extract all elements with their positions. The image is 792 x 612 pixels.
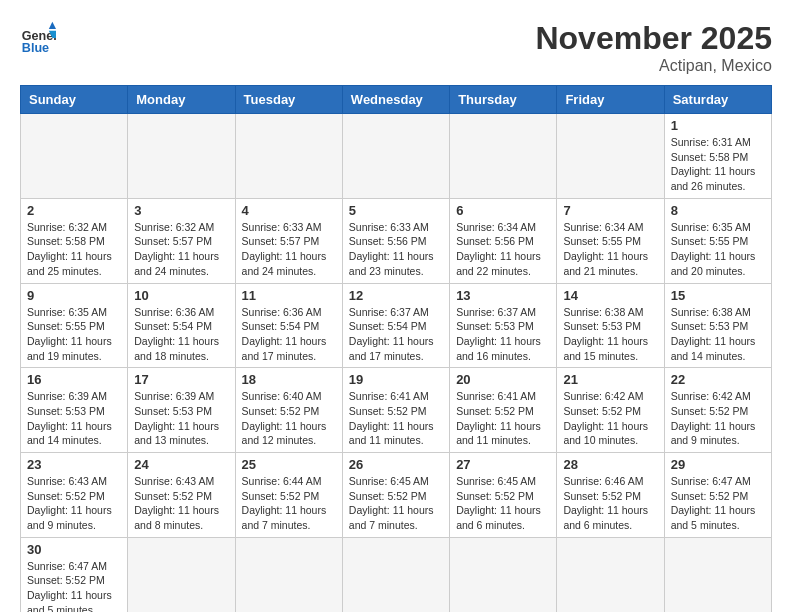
day-28: 28 Sunrise: 6:46 AM Sunset: 5:52 PM Dayl…: [557, 453, 664, 538]
day-13: 13 Sunrise: 6:37 AM Sunset: 5:53 PM Dayl…: [450, 283, 557, 368]
location: Actipan, Mexico: [535, 57, 772, 75]
week-row-4: 16 Sunrise: 6:39 AM Sunset: 5:53 PM Dayl…: [21, 368, 772, 453]
empty-cell: [450, 114, 557, 199]
day-16: 16 Sunrise: 6:39 AM Sunset: 5:53 PM Dayl…: [21, 368, 128, 453]
header-sunday: Sunday: [21, 86, 128, 114]
day-29: 29 Sunrise: 6:47 AM Sunset: 5:52 PM Dayl…: [664, 453, 771, 538]
weekday-header-row: Sunday Monday Tuesday Wednesday Thursday…: [21, 86, 772, 114]
day-15: 15 Sunrise: 6:38 AM Sunset: 5:53 PM Dayl…: [664, 283, 771, 368]
day-7: 7 Sunrise: 6:34 AM Sunset: 5:55 PM Dayli…: [557, 198, 664, 283]
header-monday: Monday: [128, 86, 235, 114]
calendar-table: Sunday Monday Tuesday Wednesday Thursday…: [20, 85, 772, 612]
empty-cell: [342, 114, 449, 199]
logo: General Blue: [20, 20, 56, 56]
week-row-3: 9 Sunrise: 6:35 AM Sunset: 5:55 PM Dayli…: [21, 283, 772, 368]
svg-marker-2: [49, 22, 56, 29]
day-23: 23 Sunrise: 6:43 AM Sunset: 5:52 PM Dayl…: [21, 453, 128, 538]
day-10: 10 Sunrise: 6:36 AM Sunset: 5:54 PM Dayl…: [128, 283, 235, 368]
day-8: 8 Sunrise: 6:35 AM Sunset: 5:55 PM Dayli…: [664, 198, 771, 283]
day-27: 27 Sunrise: 6:45 AM Sunset: 5:52 PM Dayl…: [450, 453, 557, 538]
day-11: 11 Sunrise: 6:36 AM Sunset: 5:54 PM Dayl…: [235, 283, 342, 368]
header-wednesday: Wednesday: [342, 86, 449, 114]
day-26: 26 Sunrise: 6:45 AM Sunset: 5:52 PM Dayl…: [342, 453, 449, 538]
day-22: 22 Sunrise: 6:42 AM Sunset: 5:52 PM Dayl…: [664, 368, 771, 453]
day-5: 5 Sunrise: 6:33 AM Sunset: 5:56 PM Dayli…: [342, 198, 449, 283]
day-21: 21 Sunrise: 6:42 AM Sunset: 5:52 PM Dayl…: [557, 368, 664, 453]
day-20: 20 Sunrise: 6:41 AM Sunset: 5:52 PM Dayl…: [450, 368, 557, 453]
day-2: 2 Sunrise: 6:32 AM Sunset: 5:58 PM Dayli…: [21, 198, 128, 283]
day-3: 3 Sunrise: 6:32 AM Sunset: 5:57 PM Dayli…: [128, 198, 235, 283]
week-row-6: 30 Sunrise: 6:47 AM Sunset: 5:52 PM Dayl…: [21, 537, 772, 612]
empty-cell: [21, 114, 128, 199]
empty-cell: [557, 114, 664, 199]
empty-cell: [128, 114, 235, 199]
page-header: General Blue November 2025 Actipan, Mexi…: [20, 20, 772, 75]
empty-cell: [664, 537, 771, 612]
header-saturday: Saturday: [664, 86, 771, 114]
empty-cell: [235, 537, 342, 612]
day-9: 9 Sunrise: 6:35 AM Sunset: 5:55 PM Dayli…: [21, 283, 128, 368]
header-tuesday: Tuesday: [235, 86, 342, 114]
week-row-1: 1 Sunrise: 6:31 AM Sunset: 5:58 PM Dayli…: [21, 114, 772, 199]
day-17: 17 Sunrise: 6:39 AM Sunset: 5:53 PM Dayl…: [128, 368, 235, 453]
day-1: 1 Sunrise: 6:31 AM Sunset: 5:58 PM Dayli…: [664, 114, 771, 199]
header-thursday: Thursday: [450, 86, 557, 114]
logo-icon: General Blue: [20, 20, 56, 56]
day-14: 14 Sunrise: 6:38 AM Sunset: 5:53 PM Dayl…: [557, 283, 664, 368]
day-18: 18 Sunrise: 6:40 AM Sunset: 5:52 PM Dayl…: [235, 368, 342, 453]
empty-cell: [235, 114, 342, 199]
empty-cell: [557, 537, 664, 612]
month-title: November 2025: [535, 20, 772, 57]
empty-cell: [342, 537, 449, 612]
day-24: 24 Sunrise: 6:43 AM Sunset: 5:52 PM Dayl…: [128, 453, 235, 538]
day-12: 12 Sunrise: 6:37 AM Sunset: 5:54 PM Dayl…: [342, 283, 449, 368]
day-19: 19 Sunrise: 6:41 AM Sunset: 5:52 PM Dayl…: [342, 368, 449, 453]
header-friday: Friday: [557, 86, 664, 114]
day-25: 25 Sunrise: 6:44 AM Sunset: 5:52 PM Dayl…: [235, 453, 342, 538]
week-row-2: 2 Sunrise: 6:32 AM Sunset: 5:58 PM Dayli…: [21, 198, 772, 283]
week-row-5: 23 Sunrise: 6:43 AM Sunset: 5:52 PM Dayl…: [21, 453, 772, 538]
svg-text:Blue: Blue: [22, 41, 49, 55]
day-30: 30 Sunrise: 6:47 AM Sunset: 5:52 PM Dayl…: [21, 537, 128, 612]
day-6: 6 Sunrise: 6:34 AM Sunset: 5:56 PM Dayli…: [450, 198, 557, 283]
day-4: 4 Sunrise: 6:33 AM Sunset: 5:57 PM Dayli…: [235, 198, 342, 283]
title-block: November 2025 Actipan, Mexico: [535, 20, 772, 75]
empty-cell: [128, 537, 235, 612]
empty-cell: [450, 537, 557, 612]
